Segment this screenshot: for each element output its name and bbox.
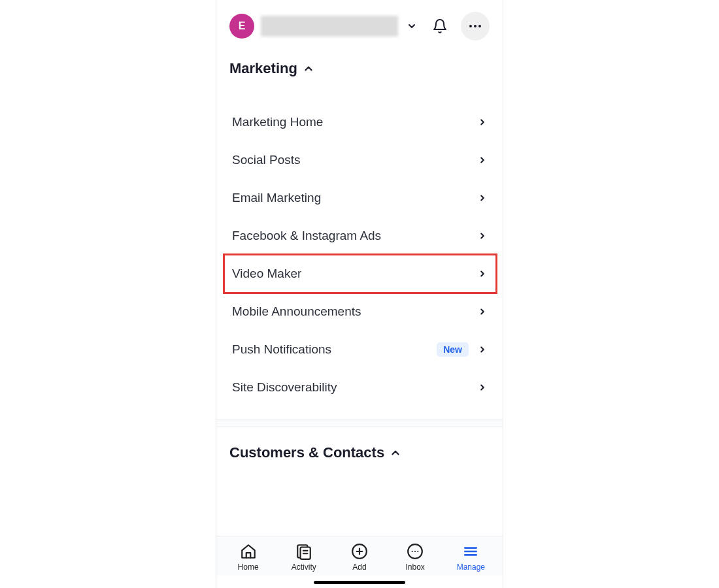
menu-item-right	[478, 307, 487, 316]
chevron-down-icon	[407, 21, 417, 31]
menu-item-label: Video Maker	[232, 267, 301, 281]
menu-item[interactable]: Mobile Announcements	[216, 293, 503, 331]
svg-point-13	[417, 551, 418, 552]
svg-point-12	[414, 551, 416, 552]
chevron-right-icon	[478, 231, 487, 240]
avatar-initial: E	[239, 20, 246, 32]
nav-label: Home	[238, 563, 259, 572]
menu-item-right	[478, 383, 487, 392]
menu-item-label: Mobile Announcements	[232, 304, 361, 319]
spacer	[216, 84, 503, 97]
svg-point-11	[412, 551, 413, 552]
chevron-right-icon	[478, 307, 487, 316]
more-menu-button[interactable]	[461, 12, 490, 41]
menu-item[interactable]: Social Posts	[216, 141, 503, 179]
menu-item[interactable]: Facebook & Instagram Ads	[216, 217, 503, 255]
app-screen: E Marketing Marketing HomeSocial PostsEm…	[216, 0, 503, 588]
menu-item-label: Push Notifications	[232, 342, 331, 357]
chevron-right-icon	[478, 345, 487, 354]
nav-label: Activity	[292, 563, 316, 572]
section-separator	[216, 419, 503, 427]
menu-item-label: Marketing Home	[232, 115, 323, 129]
menu-item-right	[478, 118, 487, 127]
section-header-customers[interactable]: Customers & Contacts	[216, 427, 503, 468]
section-title: Marketing	[229, 60, 297, 77]
chevron-right-icon	[478, 193, 487, 203]
menu-item-label: Email Marketing	[232, 191, 321, 205]
svg-point-1	[474, 25, 477, 27]
section-header-marketing[interactable]: Marketing	[216, 47, 503, 84]
chevron-up-icon	[390, 447, 401, 459]
avatar[interactable]: E	[229, 14, 254, 39]
chevron-right-icon	[478, 155, 487, 165]
menu-item-right: New	[437, 342, 487, 357]
menu-item-label: Site Discoverability	[232, 380, 337, 395]
chevron-right-icon	[478, 269, 487, 278]
chevron-right-icon	[478, 118, 487, 127]
menu-item[interactable]: Email Marketing	[216, 179, 503, 217]
marketing-menu-list: Marketing HomeSocial PostsEmail Marketin…	[216, 97, 503, 419]
more-horizontal-icon	[467, 18, 483, 34]
menu-item-label: Facebook & Instagram Ads	[232, 229, 381, 243]
menu-item-right	[478, 193, 487, 203]
menu-item[interactable]: Marketing Home	[216, 103, 503, 141]
chevron-up-icon	[303, 63, 314, 74]
new-badge: New	[437, 342, 469, 357]
menu-item-right	[478, 155, 487, 165]
workspace-name-redacted[interactable]	[261, 16, 398, 37]
nav-label: Inbox	[405, 563, 424, 572]
bottom-nav: Home Activity Add Inbox Manage	[216, 536, 503, 576]
menu-item-right	[478, 231, 487, 240]
activity-icon	[295, 543, 312, 560]
menu-item-label: Social Posts	[232, 153, 301, 167]
chevron-right-icon	[478, 383, 487, 392]
top-bar: E	[216, 0, 503, 47]
nav-add[interactable]: Add	[337, 543, 382, 572]
home-indicator	[314, 581, 405, 584]
svg-point-2	[478, 25, 481, 27]
nav-activity[interactable]: Activity	[281, 543, 327, 572]
menu-item[interactable]: Push NotificationsNew	[216, 331, 503, 368]
home-icon	[240, 543, 257, 560]
bell-icon	[432, 18, 448, 34]
plus-circle-icon	[351, 543, 368, 560]
section-title: Customers & Contacts	[229, 444, 384, 461]
workspace-switcher-button[interactable]	[405, 21, 419, 31]
svg-point-0	[469, 25, 472, 27]
menu-item[interactable]: Video Maker	[216, 255, 503, 293]
menu-icon	[462, 543, 479, 560]
nav-label: Add	[352, 563, 366, 572]
nav-home[interactable]: Home	[226, 543, 271, 572]
notifications-button[interactable]	[426, 12, 454, 41]
nav-label: Manage	[457, 563, 485, 572]
menu-item-right	[478, 269, 487, 278]
menu-item[interactable]: Site Discoverability	[216, 368, 503, 406]
nav-inbox[interactable]: Inbox	[392, 543, 438, 572]
nav-manage[interactable]: Manage	[448, 543, 493, 572]
chat-icon	[407, 543, 424, 560]
